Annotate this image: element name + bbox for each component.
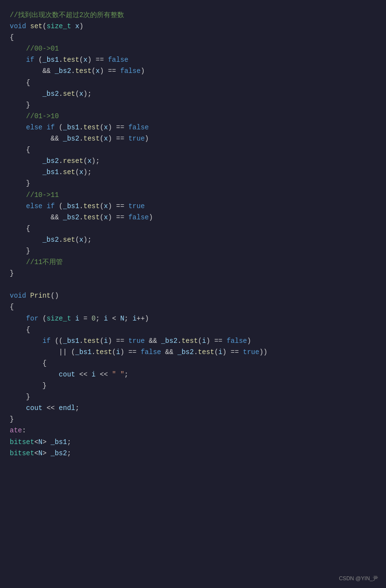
watermark: CSDN @YIN_尹 [339, 575, 378, 582]
fn-set: set [30, 22, 42, 30]
comment-line1: //找到出现次数不超过2次的所有整数 [10, 11, 124, 19]
kw-void1: void [10, 22, 26, 30]
va-x1: x [75, 22, 79, 30]
code-editor: //找到出现次数不超过2次的所有整数 void set(size_t x) { … [0, 5, 386, 479]
tp-sizet1: size_t [47, 22, 71, 30]
